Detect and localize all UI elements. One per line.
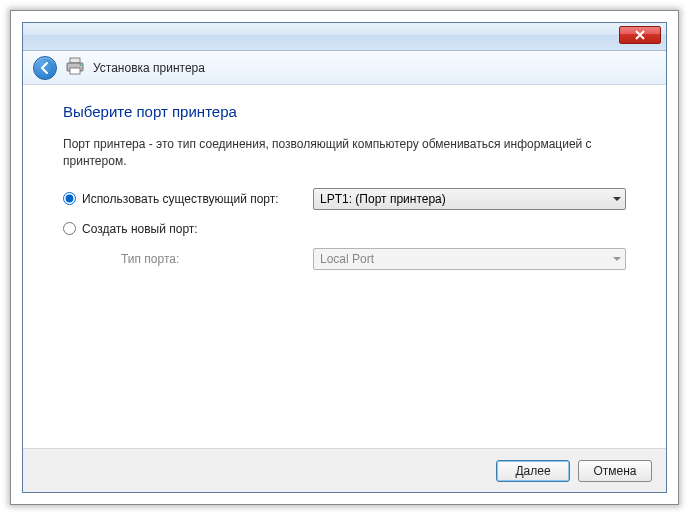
- port-type-dropdown: Local Port: [313, 248, 626, 270]
- option-use-existing-row: Использовать существующий порт: LPT1: (П…: [63, 188, 626, 210]
- header-title: Установка принтера: [93, 61, 205, 75]
- chevron-down-icon: [613, 257, 621, 261]
- title-bar: [23, 23, 666, 51]
- radio-use-existing[interactable]: [63, 192, 76, 205]
- svg-point-3: [80, 64, 82, 66]
- existing-port-value: LPT1: (Порт принтера): [320, 192, 613, 206]
- svg-rect-2: [70, 68, 80, 74]
- option-create-new-row: Создать новый порт:: [63, 222, 626, 236]
- existing-port-dropdown[interactable]: LPT1: (Порт принтера): [313, 188, 626, 210]
- port-type-row: Тип порта: Local Port: [63, 248, 626, 270]
- printer-icon: [65, 57, 85, 78]
- radio-create-new[interactable]: [63, 222, 76, 235]
- chevron-down-icon: [613, 197, 621, 201]
- svg-rect-0: [70, 58, 80, 63]
- back-arrow-icon: [38, 61, 52, 75]
- close-button[interactable]: [619, 26, 661, 44]
- page-title: Выберите порт принтера: [63, 103, 626, 120]
- content-area: Выберите порт принтера Порт принтера - э…: [23, 85, 666, 448]
- port-type-value: Local Port: [320, 252, 613, 266]
- cancel-button[interactable]: Отмена: [578, 460, 652, 482]
- header-row: Установка принтера: [23, 51, 666, 85]
- footer-bar: Далее Отмена: [23, 448, 666, 492]
- close-icon: [635, 30, 645, 40]
- page-description: Порт принтера - это тип соединения, позв…: [63, 136, 626, 170]
- port-type-label: Тип порта:: [121, 252, 313, 266]
- wizard-window: Установка принтера Выберите порт принтер…: [22, 22, 667, 493]
- radio-create-new-label: Создать новый порт:: [82, 222, 198, 236]
- radio-use-existing-label: Использовать существующий порт:: [82, 192, 279, 206]
- next-button[interactable]: Далее: [496, 460, 570, 482]
- back-button[interactable]: [33, 56, 57, 80]
